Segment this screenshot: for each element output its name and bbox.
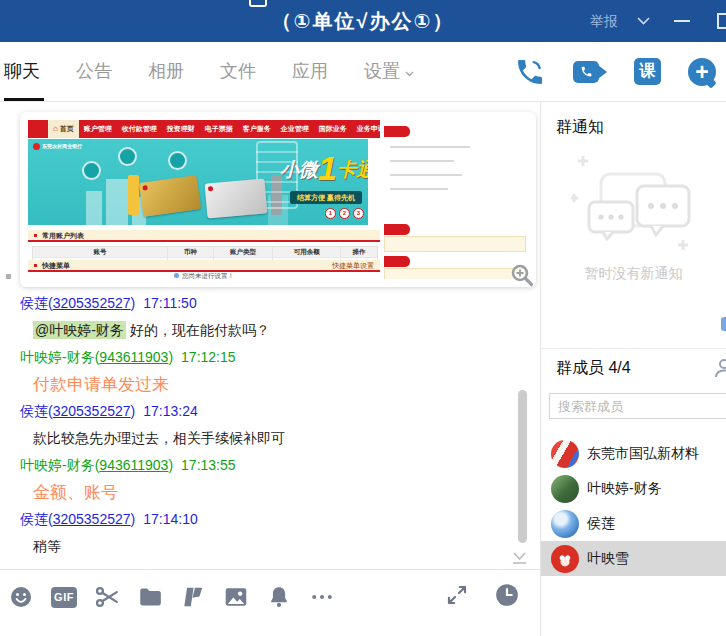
banner-pagination[interactable]: 1 2 3 (325, 208, 364, 219)
add-icon[interactable]: + (688, 58, 716, 86)
sidebar-divider (541, 348, 726, 349)
message-time: 17:13:24 (143, 403, 198, 419)
titlebar: （①单位√办公①） 举报 (0, 0, 726, 42)
chat-scrollbar[interactable] (518, 390, 527, 543)
tab-files[interactable]: 文件 (220, 42, 256, 101)
tab-bar: 聊天 公告 相册 文件 应用 设置 课 (0, 42, 726, 102)
message-time: 17:13:55 (181, 457, 236, 473)
tab-album[interactable]: 相册 (148, 42, 184, 101)
message-text: 金额、账号 (33, 483, 118, 502)
message-list: 侯莲320535252717:11:50 @叶映婷-财务好的，现在能付款吗？ 叶… (20, 290, 500, 560)
empty-notice-text: 暂时没有新通知 (541, 265, 726, 283)
member-manage-icon[interactable] (713, 357, 726, 379)
message-text: 好的，现在能付款吗？ (130, 322, 270, 338)
bank-logo: 东莞农村商业银行 (33, 143, 82, 150)
member-row[interactable]: 东莞市国弘新材料 (541, 436, 726, 471)
avatar (551, 440, 579, 468)
bank-card-gold (139, 175, 201, 217)
zoom-in-icon[interactable] (510, 263, 534, 287)
account-list-header: 常用账户列表 (28, 230, 380, 242)
report-button[interactable]: 举报 (590, 0, 618, 42)
sender-uin-link[interactable]: 943611903 (99, 349, 168, 365)
avatar (551, 475, 579, 503)
bank-right-column (384, 120, 528, 279)
banner-slogan: 结算方便 赢得先机 (290, 191, 362, 204)
bank-card-silver (205, 178, 268, 218)
sender-uin-link[interactable]: 3205352527 (53, 403, 131, 419)
member-row[interactable]: 叶映婷-财务 (541, 471, 726, 506)
minimize-button[interactable] (674, 20, 690, 22)
member-row[interactable]: 侯莲 (541, 506, 726, 541)
banner-promo-title: 小微1卡通 (280, 149, 368, 188)
chevron-down-icon (405, 61, 414, 81)
tab-apps[interactable]: 应用 (292, 42, 328, 101)
tab-announcement[interactable]: 公告 (76, 42, 112, 101)
emoji-icon[interactable] (8, 584, 34, 610)
tab-settings[interactable]: 设置 (364, 42, 414, 101)
member-list: 东莞市国弘新材料 叶映婷-财务 侯莲 叶映雪 (541, 436, 726, 576)
message-text: 款比较急先办理过去，相关手续候补即可 (33, 430, 285, 446)
sender-uin-link[interactable]: 3205352527 (53, 511, 131, 527)
avatar (551, 510, 579, 538)
message-group: 叶映婷-财务94361190317:12:15 付款申请单发过来 (20, 344, 500, 398)
docs-icon[interactable] (180, 584, 206, 610)
file-folder-icon[interactable] (137, 584, 163, 610)
scroll-dot (6, 274, 11, 279)
empty-notice-illustration (571, 154, 697, 258)
quick-menu-empty-hint: 您尚未进行设置！ (28, 272, 380, 279)
image-message-bank-screenshot[interactable]: 首页 账户管理 收付款管理 投资理财 电子票据 客户服务 企业管理 国际业务 业… (20, 112, 536, 287)
avatar (551, 545, 579, 573)
scroll-to-bottom-icon[interactable] (511, 551, 528, 566)
voice-call-icon[interactable] (514, 56, 546, 88)
sidebar-scrollbar[interactable] (721, 317, 726, 331)
sender-name[interactable]: 叶映婷-财务 (20, 349, 95, 365)
more-icon[interactable] (309, 584, 335, 610)
expand-window-icon[interactable] (444, 582, 470, 608)
message-group: 叶映婷-财务94361190317:13:55 金额、账号 (20, 452, 500, 506)
group-chat-window: （①单位√办公①） 举报 聊天 公告 相册 文件 应用 设置 (0, 0, 726, 636)
screenshot-scissors-icon[interactable] (94, 584, 120, 610)
tab-chat[interactable]: 聊天 (4, 42, 40, 101)
bank-nav-bar: 首页 账户管理 收付款管理 投资理财 电子票据 客户服务 企业管理 国际业务 业… (28, 120, 380, 138)
mention-chip[interactable]: @叶映婷-财务 (33, 321, 126, 339)
group-members-title: 群成员 4/4 (556, 358, 631, 379)
message-group: 侯莲320535252717:13:24 款比较急先办理过去，相关手续候补即可 (20, 398, 500, 452)
member-row[interactable]: 叶映雪 (541, 541, 726, 576)
message-time: 17:12:15 (181, 349, 236, 365)
bank-banner: 东莞农村商业银行 小微1卡通 (28, 139, 368, 225)
message-history-icon[interactable] (494, 582, 520, 608)
bank-page-thumbnail: 首页 账户管理 收付款管理 投资理财 电子票据 客户服务 企业管理 国际业务 业… (28, 120, 528, 279)
message-text: 稍等 (33, 538, 61, 554)
chat-message-area: 首页 账户管理 收付款管理 投资理财 电子票据 客户服务 企业管理 国际业务 业… (0, 102, 540, 570)
image-icon[interactable] (223, 584, 249, 610)
group-notice-title: 群通知 (556, 117, 604, 138)
chevron-down-icon[interactable] (637, 17, 650, 25)
message-group: 侯莲320535252717:14:10 稍等 (20, 506, 500, 560)
sender-name[interactable]: 侯莲 (20, 295, 48, 311)
group-sidebar: 群通知 暂时没有新通知 群成员 4/4 (540, 102, 726, 636)
bell-icon[interactable] (266, 584, 292, 610)
sender-name[interactable]: 侯莲 (20, 511, 48, 527)
video-call-icon[interactable] (573, 61, 607, 83)
class-icon[interactable]: 课 (634, 58, 661, 85)
message-time: 17:14:10 (143, 511, 198, 527)
maximize-button[interactable] (717, 13, 726, 29)
bank-nav-home: 首页 (48, 120, 79, 138)
sender-uin-link[interactable]: 943611903 (99, 457, 168, 473)
message-group: 侯莲320535252717:11:50 @叶映婷-财务好的，现在能付款吗？ (20, 290, 500, 344)
quick-menu-header: 快捷菜单 快捷菜单设置 (28, 260, 380, 272)
gif-icon[interactable]: GIF (51, 584, 77, 610)
message-time: 17:11:50 (143, 295, 196, 311)
sender-name[interactable]: 叶映婷-财务 (20, 457, 95, 473)
message-text: 付款申请单发过来 (33, 375, 169, 394)
search-members-input[interactable] (549, 393, 726, 419)
sender-uin-link[interactable]: 3205352527 (53, 295, 131, 311)
sender-name[interactable]: 侯莲 (20, 403, 48, 419)
quick-menu-setting-link[interactable]: 快捷菜单设置 (332, 260, 374, 272)
input-toolbar: GIF (0, 569, 540, 636)
